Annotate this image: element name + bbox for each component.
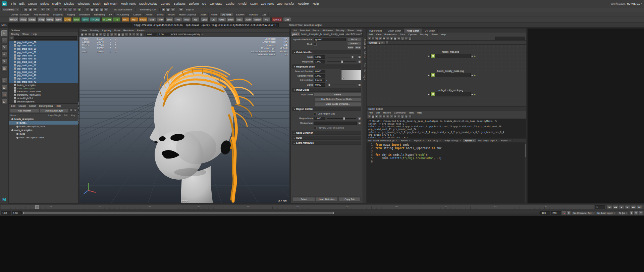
script-tab[interactable]: Python✕: [399, 139, 413, 142]
outliner-item[interactable]: grp_braid_root_31: [9, 50, 78, 54]
pin-icon[interactable]: ◉: [390, 37, 393, 40]
menu-item[interactable]: Arnold: [236, 1, 248, 6]
outliner-item[interactable]: defaultObjectSet: [9, 100, 78, 103]
layer-options-icon[interactable]: ≡: [69, 108, 73, 112]
ae-node-tab[interactable]: braids_description_base: [300, 32, 322, 36]
ae-menu-item[interactable]: Focus: [313, 29, 319, 32]
script-tab[interactable]: Python✕: [413, 139, 426, 142]
map-texture-icon[interactable]: ▩: [358, 60, 361, 63]
shelf-button[interactable]: TT: [113, 17, 121, 22]
sign-in-link[interactable]: Sign in: [186, 8, 194, 11]
close-tab-icon[interactable]: ✕: [509, 139, 511, 142]
exposure-field[interactable]: 0.00: [146, 33, 157, 36]
step-back-frame-button[interactable]: ◀◀: [612, 205, 618, 209]
outliner-menu-item[interactable]: Help: [32, 33, 37, 36]
shelf-tab[interactable]: VG_tools: [220, 13, 234, 16]
selected-value-field[interactable]: 1.000: [314, 74, 325, 78]
outliner-item[interactable]: grp_braid_root_26: [9, 41, 78, 44]
menu-item[interactable]: Display: [63, 1, 76, 6]
shelf-button[interactable]: TURTLE: [271, 17, 282, 22]
shelf-button[interactable]: WPH: [55, 17, 63, 22]
add-node-icon[interactable]: +: [368, 37, 371, 40]
script-tab[interactable]: Python✕: [499, 139, 513, 142]
close-tab-icon[interactable]: ✕: [439, 139, 441, 142]
shelf-tab[interactable]: Motion Graphics: [177, 13, 199, 16]
snap-grid-icon[interactable]: #: [54, 7, 58, 12]
shelf-button[interactable]: DNA: [72, 17, 80, 22]
shelf-button[interactable]: RN: [174, 17, 182, 22]
script-editor-menu-item[interactable]: Tabs: [409, 111, 414, 114]
shelf-button[interactable]: MST: [130, 17, 138, 22]
outliner-item[interactable]: grp_braid_root_30: [9, 47, 78, 51]
shelf-tab[interactable]: Rigging: [65, 13, 77, 16]
groom-layer-row[interactable]: braids_description: [9, 117, 78, 121]
mask-slider[interactable]: [327, 57, 356, 57]
render-settings-icon[interactable]: ⚙: [104, 7, 108, 12]
node-editor-menu-item[interactable]: Bookmarks: [384, 33, 397, 36]
lock-camera-icon[interactable]: ⊠: [84, 33, 88, 36]
outliner-item[interactable]: grp_braid_root_35: [9, 57, 78, 60]
script-editor-menu-item[interactable]: History: [383, 111, 391, 114]
magnitude-ramp-widget[interactable]: [341, 70, 361, 80]
delete-layer-icon[interactable]: ✕: [73, 108, 77, 112]
shelf-button[interactable]: TT-CAM: [101, 17, 112, 22]
shelf-button[interactable]: GMS: [218, 17, 226, 22]
move-tool-icon[interactable]: ✛: [1, 51, 7, 57]
menu-item[interactable]: Edit Mesh: [102, 1, 119, 6]
lasso-tool-icon[interactable]: ◌: [1, 37, 7, 43]
focus-button[interactable]: Focus: [347, 38, 361, 41]
magnitude-slider[interactable]: [327, 61, 356, 62]
animation-start-field[interactable]: 1.00: [1, 211, 11, 215]
go-to-end-button[interactable]: ▶|: [637, 205, 642, 209]
clear-input-icon[interactable]: ⊘: [405, 115, 408, 118]
mode-checkbox[interactable]: [314, 43, 317, 46]
output-port[interactable]: [471, 94, 473, 95]
viewport-menu-item[interactable]: Panels: [137, 29, 145, 32]
groom-layer-row[interactable]: guide: [9, 132, 78, 136]
menu-item[interactable]: Select: [39, 1, 50, 6]
outliner-item[interactable]: grp_braid_root_41: [9, 77, 78, 80]
menu-item[interactable]: Mesh: [92, 1, 102, 6]
time-slider[interactable]: 102030405060708090100110: [1, 205, 595, 209]
play-forwards-button[interactable]: ▶: [625, 205, 630, 209]
shelf-tab[interactable]: Poly Modeling: [32, 13, 51, 16]
guide-modifier-section-header[interactable]: ▾Guide Modifier: [292, 50, 361, 54]
ae-menu-item[interactable]: Attributes: [322, 29, 333, 32]
rearrange-graph-icon[interactable]: ⊞: [386, 37, 389, 40]
two-pane-layout-icon[interactable]: ◫: [1, 92, 7, 98]
script-tab[interactable]: Python✕: [463, 139, 476, 142]
ae-collapsed-section-header[interactable]: ▸Node Behavior: [292, 131, 361, 135]
display-connected-icon[interactable]: ◫: [401, 37, 404, 40]
execute-all-icon[interactable]: »: [397, 115, 400, 118]
select-button[interactable]: Select: [293, 197, 315, 201]
anim-layer-dropdown[interactable]: No Anim Layer▾: [596, 211, 616, 215]
use-region-map-checkbox[interactable]: [314, 112, 317, 115]
shelf-button[interactable]: CVs: [148, 17, 156, 22]
groom-menu-item[interactable]: Edit: [11, 104, 15, 107]
safe-action-icon[interactable]: ◻: [103, 33, 106, 36]
outliner-item[interactable]: defaultLightSet: [9, 97, 78, 100]
ae-node-tab[interactable]: braids_density_mask_1: [322, 32, 344, 36]
snap-view-plane-icon[interactable]: ▱: [72, 7, 77, 12]
display-shapes-icon[interactable]: ▦: [393, 37, 397, 40]
redo-icon[interactable]: ↷: [46, 7, 50, 12]
play-backwards-button[interactable]: ◀: [619, 205, 624, 209]
script-editor-menu-item[interactable]: Command: [394, 111, 406, 114]
menu-item[interactable]: UV: [201, 1, 208, 6]
groom-menu-item[interactable]: Select: [29, 104, 36, 107]
menu-item[interactable]: Zee Tools: [259, 1, 276, 6]
menu-item[interactable]: Create: [26, 1, 39, 6]
script-tab[interactable]: maya_numpy✕: [443, 139, 463, 142]
echo-all-icon[interactable]: ≡: [390, 115, 393, 118]
outliner-item[interactable]: grp_braid_root_34: [9, 54, 78, 57]
undo-icon[interactable]: ↶: [41, 7, 45, 12]
shadows-icon[interactable]: ◑: [128, 33, 132, 36]
input-port[interactable]: [428, 55, 430, 57]
node-editor-menu-item[interactable]: View: [376, 33, 381, 36]
node-editor-menu-item[interactable]: Help: [441, 33, 446, 36]
animation-end-field[interactable]: 200: [551, 211, 561, 215]
output-alpha-port[interactable]: [474, 75, 476, 76]
command-input[interactable]: [9, 23, 132, 27]
auto-key-icon[interactable]: ◉: [629, 211, 634, 215]
graph-upstream-icon[interactable]: ◀: [375, 37, 378, 40]
